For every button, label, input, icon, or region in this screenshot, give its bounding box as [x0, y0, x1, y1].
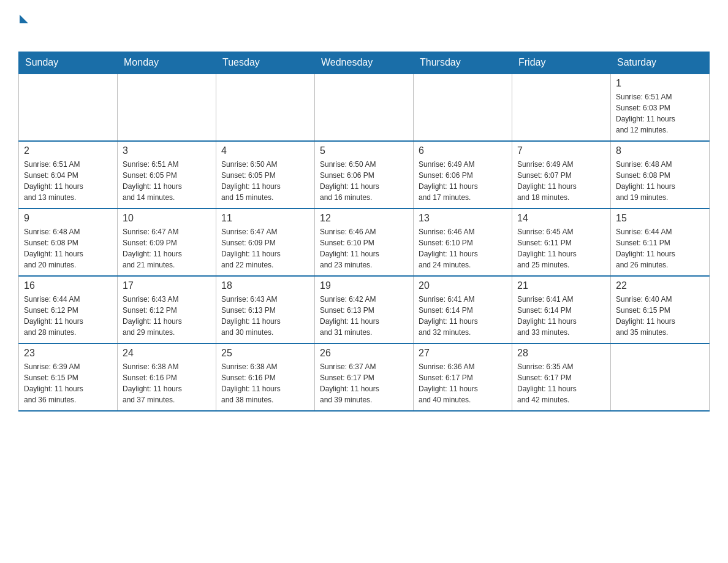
calendar-week-row: 2Sunrise: 6:51 AM Sunset: 6:04 PM Daylig…	[19, 141, 710, 209]
cell-sun-info: Sunrise: 6:36 AM Sunset: 6:17 PM Dayligh…	[419, 361, 507, 405]
cell-sun-info: Sunrise: 6:41 AM Sunset: 6:14 PM Dayligh…	[517, 294, 605, 338]
cell-date-number: 17	[123, 280, 211, 291]
table-row: 26Sunrise: 6:37 AM Sunset: 6:17 PM Dayli…	[315, 343, 414, 411]
cell-sun-info: Sunrise: 6:48 AM Sunset: 6:08 PM Dayligh…	[616, 159, 704, 203]
table-row: 16Sunrise: 6:44 AM Sunset: 6:12 PM Dayli…	[19, 276, 118, 343]
table-row: 2Sunrise: 6:51 AM Sunset: 6:04 PM Daylig…	[19, 141, 118, 209]
table-row	[19, 74, 118, 141]
table-row: 8Sunrise: 6:48 AM Sunset: 6:08 PM Daylig…	[611, 141, 710, 209]
table-row: 19Sunrise: 6:42 AM Sunset: 6:13 PM Dayli…	[315, 276, 414, 343]
calendar-week-row: 16Sunrise: 6:44 AM Sunset: 6:12 PM Dayli…	[19, 276, 710, 343]
table-row: 9Sunrise: 6:48 AM Sunset: 6:08 PM Daylig…	[19, 209, 118, 276]
header-tuesday: Tuesday	[216, 52, 315, 74]
table-row: 20Sunrise: 6:41 AM Sunset: 6:14 PM Dayli…	[414, 276, 512, 343]
cell-sun-info: Sunrise: 6:44 AM Sunset: 6:12 PM Dayligh…	[24, 294, 112, 338]
cell-sun-info: Sunrise: 6:38 AM Sunset: 6:16 PM Dayligh…	[221, 361, 309, 405]
cell-date-number: 1	[616, 78, 704, 89]
header-monday: Monday	[118, 52, 216, 74]
cell-date-number: 3	[123, 145, 211, 156]
cell-date-number: 5	[320, 145, 408, 156]
table-row: 7Sunrise: 6:49 AM Sunset: 6:07 PM Daylig…	[512, 141, 611, 209]
header-wednesday: Wednesday	[315, 52, 414, 74]
cell-date-number: 6	[419, 145, 507, 156]
cell-sun-info: Sunrise: 6:45 AM Sunset: 6:11 PM Dayligh…	[517, 226, 605, 270]
table-row: 5Sunrise: 6:50 AM Sunset: 6:06 PM Daylig…	[315, 141, 414, 209]
cell-date-number: 20	[419, 280, 507, 291]
cell-date-number: 27	[419, 348, 507, 359]
table-row	[216, 74, 315, 141]
cell-date-number: 8	[616, 145, 704, 156]
table-row: 6Sunrise: 6:49 AM Sunset: 6:06 PM Daylig…	[414, 141, 512, 209]
cell-date-number: 21	[517, 280, 605, 291]
header-sunday: Sunday	[19, 52, 118, 74]
cell-date-number: 16	[24, 280, 112, 291]
cell-sun-info: Sunrise: 6:40 AM Sunset: 6:15 PM Dayligh…	[616, 294, 704, 338]
cell-sun-info: Sunrise: 6:46 AM Sunset: 6:10 PM Dayligh…	[320, 226, 408, 270]
table-row: 4Sunrise: 6:50 AM Sunset: 6:05 PM Daylig…	[216, 141, 315, 209]
table-row: 17Sunrise: 6:43 AM Sunset: 6:12 PM Dayli…	[118, 276, 216, 343]
cell-sun-info: Sunrise: 6:44 AM Sunset: 6:11 PM Dayligh…	[616, 226, 704, 270]
cell-date-number: 26	[320, 348, 408, 359]
page-header	[18, 12, 710, 39]
cell-sun-info: Sunrise: 6:51 AM Sunset: 6:03 PM Dayligh…	[616, 91, 704, 136]
cell-sun-info: Sunrise: 6:49 AM Sunset: 6:07 PM Dayligh…	[517, 159, 605, 203]
cell-date-number: 15	[616, 213, 704, 224]
table-row	[118, 74, 216, 141]
cell-sun-info: Sunrise: 6:47 AM Sunset: 6:09 PM Dayligh…	[123, 226, 211, 270]
cell-date-number: 18	[221, 280, 309, 291]
logo	[18, 12, 28, 39]
table-row: 13Sunrise: 6:46 AM Sunset: 6:10 PM Dayli…	[414, 209, 512, 276]
cell-date-number: 13	[419, 213, 507, 224]
logo-triangle-icon	[20, 15, 28, 23]
cell-sun-info: Sunrise: 6:51 AM Sunset: 6:04 PM Dayligh…	[24, 159, 112, 203]
cell-sun-info: Sunrise: 6:39 AM Sunset: 6:15 PM Dayligh…	[24, 361, 112, 405]
cell-date-number: 25	[221, 348, 309, 359]
calendar-table: Sunday Monday Tuesday Wednesday Thursday…	[18, 52, 710, 412]
cell-date-number: 2	[24, 145, 112, 156]
cell-sun-info: Sunrise: 6:37 AM Sunset: 6:17 PM Dayligh…	[320, 361, 408, 405]
cell-date-number: 11	[221, 213, 309, 224]
cell-sun-info: Sunrise: 6:50 AM Sunset: 6:05 PM Dayligh…	[221, 159, 309, 203]
cell-date-number: 9	[24, 213, 112, 224]
cell-sun-info: Sunrise: 6:38 AM Sunset: 6:16 PM Dayligh…	[123, 361, 211, 405]
cell-sun-info: Sunrise: 6:48 AM Sunset: 6:08 PM Dayligh…	[24, 226, 112, 270]
calendar-week-row: 1Sunrise: 6:51 AM Sunset: 6:03 PM Daylig…	[19, 74, 710, 141]
table-row: 23Sunrise: 6:39 AM Sunset: 6:15 PM Dayli…	[19, 343, 118, 411]
table-row: 10Sunrise: 6:47 AM Sunset: 6:09 PM Dayli…	[118, 209, 216, 276]
header-saturday: Saturday	[611, 52, 710, 74]
cell-sun-info: Sunrise: 6:42 AM Sunset: 6:13 PM Dayligh…	[320, 294, 408, 338]
table-row	[315, 74, 414, 141]
table-row: 28Sunrise: 6:35 AM Sunset: 6:17 PM Dayli…	[512, 343, 611, 411]
table-row: 25Sunrise: 6:38 AM Sunset: 6:16 PM Dayli…	[216, 343, 315, 411]
table-row: 14Sunrise: 6:45 AM Sunset: 6:11 PM Dayli…	[512, 209, 611, 276]
table-row	[512, 74, 611, 141]
header-thursday: Thursday	[414, 52, 512, 74]
table-row: 15Sunrise: 6:44 AM Sunset: 6:11 PM Dayli…	[611, 209, 710, 276]
table-row: 18Sunrise: 6:43 AM Sunset: 6:13 PM Dayli…	[216, 276, 315, 343]
cell-date-number: 19	[320, 280, 408, 291]
cell-sun-info: Sunrise: 6:35 AM Sunset: 6:17 PM Dayligh…	[517, 361, 605, 405]
cell-date-number: 4	[221, 145, 309, 156]
cell-sun-info: Sunrise: 6:43 AM Sunset: 6:13 PM Dayligh…	[221, 294, 309, 338]
table-row: 11Sunrise: 6:47 AM Sunset: 6:09 PM Dayli…	[216, 209, 315, 276]
table-row: 27Sunrise: 6:36 AM Sunset: 6:17 PM Dayli…	[414, 343, 512, 411]
cell-sun-info: Sunrise: 6:49 AM Sunset: 6:06 PM Dayligh…	[419, 159, 507, 203]
table-row: 22Sunrise: 6:40 AM Sunset: 6:15 PM Dayli…	[611, 276, 710, 343]
cell-date-number: 28	[517, 348, 605, 359]
cell-sun-info: Sunrise: 6:43 AM Sunset: 6:12 PM Dayligh…	[123, 294, 211, 338]
cell-date-number: 7	[517, 145, 605, 156]
cell-date-number: 23	[24, 348, 112, 359]
cell-sun-info: Sunrise: 6:41 AM Sunset: 6:14 PM Dayligh…	[419, 294, 507, 338]
table-row: 3Sunrise: 6:51 AM Sunset: 6:05 PM Daylig…	[118, 141, 216, 209]
cell-date-number: 14	[517, 213, 605, 224]
cell-date-number: 10	[123, 213, 211, 224]
calendar-header-row: Sunday Monday Tuesday Wednesday Thursday…	[19, 52, 710, 74]
header-friday: Friday	[512, 52, 611, 74]
calendar-week-row: 23Sunrise: 6:39 AM Sunset: 6:15 PM Dayli…	[19, 343, 710, 411]
cell-sun-info: Sunrise: 6:47 AM Sunset: 6:09 PM Dayligh…	[221, 226, 309, 270]
table-row: 12Sunrise: 6:46 AM Sunset: 6:10 PM Dayli…	[315, 209, 414, 276]
table-row	[414, 74, 512, 141]
table-row: 1Sunrise: 6:51 AM Sunset: 6:03 PM Daylig…	[611, 74, 710, 141]
cell-date-number: 22	[616, 280, 704, 291]
cell-sun-info: Sunrise: 6:50 AM Sunset: 6:06 PM Dayligh…	[320, 159, 408, 203]
